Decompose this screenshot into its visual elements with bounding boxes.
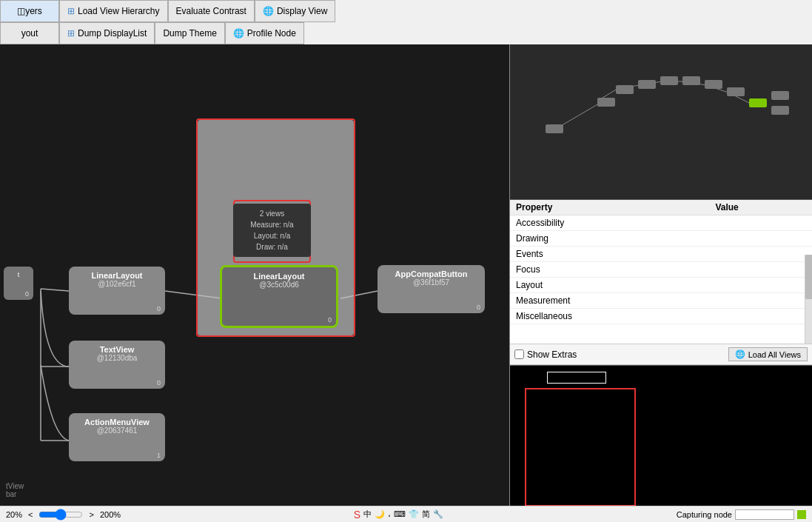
- tooltip-line4: Draw: n/a: [241, 241, 303, 252]
- moon-icon: 🌙: [375, 509, 385, 519]
- value-col-header: Value: [709, 200, 812, 215]
- node-appcompatbutton[interactable]: AppCompatButton @36f1bf57 0: [378, 265, 485, 313]
- tooltip-line3: Layout: n/a: [241, 230, 303, 241]
- node-appcompatbutton-title: AppCompatButton: [383, 270, 479, 278]
- table-row[interactable]: Focus: [510, 262, 812, 278]
- dump-displaylist-icon: ⊞: [67, 28, 75, 39]
- property-cell: Accessibility: [510, 215, 709, 231]
- node-linearlayout-selected[interactable]: LinearLayout @3c5c00d6 0: [220, 265, 338, 328]
- node-linearlayout-selected-id: @3c5c00d6: [228, 281, 330, 289]
- capturing-input: [735, 509, 794, 520]
- svg-rect-23: [749, 98, 767, 107]
- dump-displaylist-button[interactable]: ⊞ Dump DisplayList: [59, 22, 155, 44]
- table-row[interactable]: Drawing: [510, 231, 812, 247]
- profile-node-button[interactable]: 🌐 Profile Node: [225, 22, 304, 44]
- status-right: Capturing node: [677, 509, 806, 520]
- layers-button[interactable]: ◫ yers: [0, 0, 59, 22]
- profile-node-icon: 🌐: [233, 28, 244, 39]
- table-row[interactable]: Accessibility: [510, 215, 812, 231]
- display-view-icon: 🌐: [263, 6, 274, 16]
- toolbar: ◫ yers ⊞ Load View Hierarchy Evaluate Co…: [0, 0, 812, 44]
- layout-button[interactable]: yout: [0, 22, 59, 44]
- toolbar-row-1: ◫ yers ⊞ Load View Hierarchy Evaluate Co…: [0, 0, 812, 22]
- node-appcompatbutton-id: @36f1bf57: [383, 278, 479, 287]
- toolbar-row-2: yout ⊞ Dump DisplayList Dump Theme 🌐 Pro…: [0, 22, 812, 44]
- svg-rect-20: [682, 76, 700, 85]
- svg-rect-22: [727, 87, 745, 96]
- preview-red-rect: [525, 388, 636, 506]
- table-row[interactable]: Layout: [510, 278, 812, 293]
- property-cell: Drawing: [510, 231, 709, 247]
- table-row[interactable]: Measurement: [510, 293, 812, 309]
- node-actionmenuview[interactable]: ActionMenuView @20637461 1: [69, 413, 165, 461]
- display-view-button[interactable]: 🌐 Display View: [255, 0, 335, 22]
- zoom-min-label: 20%: [6, 510, 22, 519]
- property-cell: Events: [510, 247, 709, 262]
- value-cell: [709, 231, 812, 247]
- property-col-header: Property: [510, 200, 709, 215]
- svg-rect-16: [597, 98, 615, 107]
- canvas-area[interactable]: 2 views Measure: n/a Layout: n/a Draw: n…: [0, 44, 509, 521]
- property-cell: Focus: [510, 262, 709, 278]
- load-hierarchy-icon: ⊞: [67, 6, 75, 16]
- value-cell: [709, 262, 812, 278]
- chinese-icon: 中: [363, 509, 372, 520]
- load-view-hierarchy-button[interactable]: ⊞ Load View Hierarchy: [59, 0, 168, 22]
- table-row[interactable]: Events: [510, 247, 812, 262]
- zoom-slider[interactable]: [38, 512, 83, 518]
- node-linearlayout-1-title: LinearLayout: [75, 271, 159, 280]
- value-cell: [709, 278, 812, 293]
- node-linearlayout-1[interactable]: LinearLayout @102e6cf1 0: [69, 267, 165, 315]
- node-textview-title: TextView: [75, 345, 159, 354]
- property-cell: Measurement: [510, 293, 709, 309]
- node-left-stub[interactable]: t 0: [4, 267, 33, 300]
- shirt-icon: 👕: [409, 509, 419, 519]
- svg-rect-24: [771, 91, 789, 100]
- mini-map-svg: [510, 44, 812, 199]
- svg-rect-18: [638, 80, 656, 89]
- evaluate-contrast-button[interactable]: Evaluate Contrast: [168, 0, 255, 22]
- properties-panel: Property Value AccessibilityDrawingEvent…: [510, 200, 812, 365]
- value-cell: [709, 309, 812, 324]
- svg-rect-15: [546, 124, 563, 133]
- property-cell: Miscellaneous: [510, 309, 709, 324]
- keyboard-icon: ⌨: [394, 509, 406, 519]
- layers-icon: ◫: [17, 6, 25, 16]
- zoom-max-label: 200%: [100, 510, 121, 519]
- value-cell: [709, 215, 812, 231]
- comma-icon: ،: [388, 509, 391, 519]
- preview-area: [510, 365, 812, 521]
- node-linearlayout-1-id: @102e6cf1: [75, 280, 159, 288]
- status-bar: 20% < > 200% S 中 🌙 ، ⌨ 👕 简 🔧 Capturing n…: [0, 506, 812, 522]
- zoom-less-icon: <: [28, 510, 33, 519]
- node-actionmenuview-title: ActionMenuView: [75, 418, 159, 426]
- properties-data-table: Property Value AccessibilityDrawingEvent…: [510, 200, 812, 324]
- properties-footer: Show Extras 🌐 Load All Views: [510, 344, 812, 364]
- status-center: S 中 🌙 ، ⌨ 👕 简 🔧: [354, 509, 443, 521]
- property-cell: Layout: [510, 278, 709, 293]
- dump-theme-button[interactable]: Dump Theme: [155, 22, 224, 44]
- svg-line-0: [41, 289, 69, 291]
- value-cell: [709, 293, 812, 309]
- status-left: 20% < > 200%: [6, 510, 121, 519]
- bar-label: bar: [6, 490, 24, 498]
- tooltip-line1: 2 views: [241, 208, 303, 219]
- collapse-icon[interactable]: □: [335, 121, 340, 131]
- show-extras-label[interactable]: Show Extras: [514, 349, 577, 360]
- ime-icon: S: [354, 509, 360, 521]
- capturing-label: Capturing node: [677, 510, 732, 519]
- main-area: 2 views Measure: n/a Layout: n/a Draw: n…: [0, 44, 812, 521]
- load-all-icon: 🌐: [735, 349, 745, 359]
- node-textview-id: @12130dba: [75, 354, 159, 362]
- mini-map: [510, 44, 812, 200]
- zoom-more-icon: >: [89, 510, 93, 519]
- svg-rect-21: [705, 80, 722, 89]
- svg-rect-25: [771, 106, 789, 115]
- table-row[interactable]: Miscellaneous: [510, 309, 812, 324]
- show-extras-checkbox[interactable]: [514, 349, 524, 359]
- node-textview[interactable]: TextView @12130dba 0: [69, 341, 165, 389]
- right-panel: Property Value AccessibilityDrawingEvent…: [509, 44, 812, 521]
- properties-table[interactable]: Property Value AccessibilityDrawingEvent…: [510, 200, 812, 344]
- value-cell: [709, 247, 812, 262]
- load-all-views-button[interactable]: 🌐 Load All Views: [728, 347, 808, 361]
